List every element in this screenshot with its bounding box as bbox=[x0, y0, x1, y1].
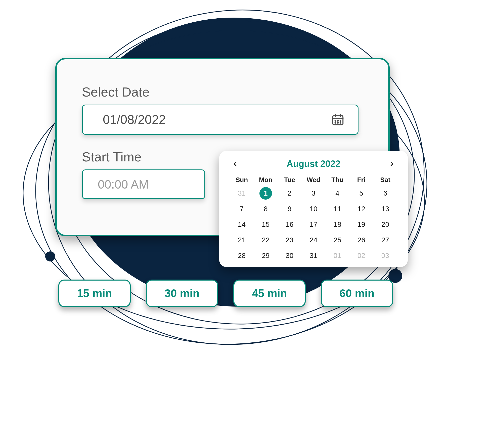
calendar-day[interactable]: 21 bbox=[230, 234, 254, 246]
calendar-day[interactable]: 1 bbox=[254, 187, 278, 199]
calendar-day[interactable]: 31 bbox=[301, 250, 325, 262]
calendar-day[interactable]: 26 bbox=[349, 234, 373, 246]
calendar-day[interactable]: 02 bbox=[349, 250, 373, 262]
calendar-day[interactable]: 7 bbox=[230, 203, 254, 215]
calendar-day[interactable]: 30 bbox=[278, 250, 301, 262]
duration-pill-row: 15 min30 min45 min60 min bbox=[58, 280, 393, 307]
calendar-day[interactable]: 18 bbox=[326, 218, 349, 231]
calendar-dow: Thu bbox=[326, 176, 349, 184]
calendar-day[interactable]: 31 bbox=[230, 187, 254, 199]
start-time-input[interactable]: 00:00 AM bbox=[82, 169, 205, 199]
calendar-popup: August 2022 SunMonTueWedThuFriSat3112345… bbox=[219, 151, 408, 267]
calendar-day[interactable]: 12 bbox=[349, 203, 373, 215]
duration-pill[interactable]: 30 min bbox=[146, 280, 218, 307]
calendar-day[interactable]: 3 bbox=[301, 187, 325, 199]
svg-point-6 bbox=[340, 120, 341, 121]
start-time-label: Start Time bbox=[82, 149, 205, 164]
next-month-button[interactable] bbox=[386, 158, 397, 169]
calendar-month-title: August 2022 bbox=[287, 159, 340, 169]
svg-point-7 bbox=[335, 122, 336, 123]
duration-pill[interactable]: 45 min bbox=[233, 280, 306, 307]
duration-pill[interactable]: 60 min bbox=[321, 280, 393, 307]
decorative-dot bbox=[45, 251, 55, 261]
calendar-day[interactable]: 8 bbox=[254, 203, 278, 215]
calendar-day[interactable]: 28 bbox=[230, 250, 254, 262]
select-date-label: Select Date bbox=[82, 84, 363, 100]
prev-month-button[interactable] bbox=[230, 158, 241, 169]
svg-point-8 bbox=[338, 122, 338, 123]
calendar-day[interactable]: 10 bbox=[301, 203, 325, 215]
decorative-dot bbox=[322, 48, 333, 59]
calendar-dow: Sat bbox=[373, 176, 397, 184]
svg-point-5 bbox=[338, 120, 338, 121]
date-input[interactable]: 01/08/2022 bbox=[82, 105, 358, 135]
svg-point-9 bbox=[340, 122, 341, 123]
calendar-day[interactable]: 25 bbox=[326, 234, 349, 246]
calendar-day[interactable]: 9 bbox=[278, 203, 301, 215]
calendar-day[interactable]: 14 bbox=[230, 218, 254, 231]
calendar-day[interactable]: 29 bbox=[254, 250, 278, 262]
calendar-day[interactable]: 01 bbox=[326, 250, 349, 262]
calendar-day[interactable]: 03 bbox=[373, 250, 397, 262]
calendar-day[interactable]: 27 bbox=[373, 234, 397, 246]
calendar-dow: Mon bbox=[254, 176, 278, 184]
calendar-day[interactable]: 11 bbox=[326, 203, 349, 215]
calendar-day[interactable]: 2 bbox=[278, 187, 301, 199]
calendar-day[interactable]: 5 bbox=[349, 187, 373, 199]
calendar-day[interactable]: 15 bbox=[254, 218, 278, 231]
calendar-icon bbox=[331, 113, 345, 126]
calendar-dow: Sun bbox=[230, 176, 254, 184]
calendar-day[interactable]: 4 bbox=[326, 187, 349, 199]
start-time-placeholder: 00:00 AM bbox=[98, 177, 149, 191]
calendar-dow: Tue bbox=[278, 176, 301, 184]
calendar-dow: Wed bbox=[301, 176, 325, 184]
calendar-day[interactable]: 13 bbox=[373, 203, 397, 215]
duration-pill[interactable]: 15 min bbox=[58, 280, 131, 307]
date-value: 01/08/2022 bbox=[103, 112, 166, 127]
calendar-day[interactable]: 22 bbox=[254, 234, 278, 246]
calendar-day[interactable]: 16 bbox=[278, 218, 301, 231]
calendar-day[interactable]: 17 bbox=[301, 218, 325, 231]
svg-point-4 bbox=[335, 120, 336, 121]
calendar-dow: Fri bbox=[349, 176, 373, 184]
calendar-day[interactable]: 6 bbox=[373, 187, 397, 199]
calendar-day[interactable]: 24 bbox=[301, 234, 325, 246]
calendar-day[interactable]: 19 bbox=[349, 218, 373, 231]
calendar-day[interactable]: 20 bbox=[373, 218, 397, 231]
calendar-day[interactable]: 23 bbox=[278, 234, 301, 246]
